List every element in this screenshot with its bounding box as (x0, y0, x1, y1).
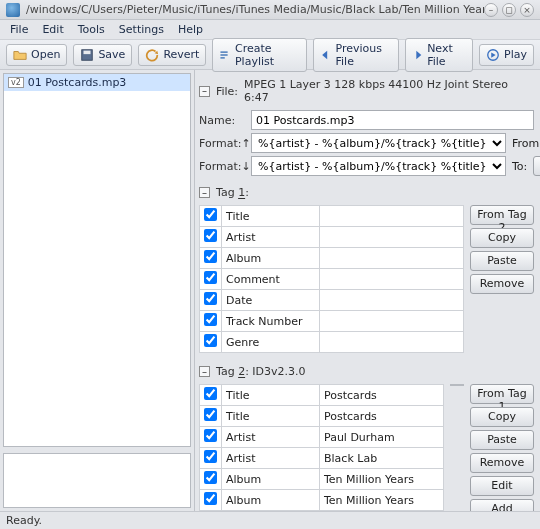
tag2-remove-button[interactable]: Remove (470, 453, 534, 473)
save-button[interactable]: Save (73, 44, 132, 66)
row-checkbox-cell (200, 448, 222, 469)
table-row[interactable]: Artist (200, 227, 464, 248)
tag1-head: Tag 1: (216, 186, 249, 199)
menu-settings[interactable]: Settings (113, 21, 170, 38)
field-value[interactable]: Ten Million Years (320, 469, 444, 490)
field-value[interactable]: Postcards (320, 385, 444, 406)
table-row[interactable]: Comment (200, 269, 464, 290)
tag2-from-tag1-button[interactable]: From Tag 1 (470, 384, 534, 404)
field-value[interactable] (320, 290, 464, 311)
file-info: MPEG 1 Layer 3 128 kbps 44100 Hz Joint S… (244, 78, 534, 104)
row-checkbox[interactable] (204, 292, 217, 305)
minimize-button[interactable]: – (484, 3, 498, 17)
play-icon (486, 48, 500, 62)
create-playlist-button[interactable]: Create Playlist (212, 38, 307, 72)
menu-edit[interactable]: Edit (36, 21, 69, 38)
window-title: /windows/C/Users/Pieter/Music/iTunes/iTu… (26, 3, 484, 16)
arrow-left-icon (320, 48, 332, 62)
table-row[interactable]: AlbumTen Million Years (200, 469, 444, 490)
row-checkbox[interactable] (204, 387, 217, 400)
table-row[interactable]: Album (200, 248, 464, 269)
table-row[interactable]: TitlePostcards (200, 385, 444, 406)
table-row[interactable]: AlbumTen Million Years (200, 490, 444, 511)
field-value[interactable]: Paul Durham (320, 427, 444, 448)
field-name: Album (222, 490, 320, 511)
tag1-from-tag2-button[interactable]: From Tag 2 (470, 205, 534, 225)
open-button[interactable]: Open (6, 44, 67, 66)
revert-button[interactable]: Revert (138, 44, 206, 66)
collapse-file-icon[interactable]: – (199, 86, 210, 97)
field-value[interactable] (320, 269, 464, 290)
to-tag1-button[interactable]: Tag 1 (533, 156, 540, 176)
save-label: Save (98, 48, 125, 61)
table-row[interactable]: Title (200, 206, 464, 227)
field-name: Comment (222, 269, 320, 290)
table-row[interactable]: Date (200, 290, 464, 311)
tag2-scrollbar[interactable] (450, 384, 464, 386)
svg-rect-3 (221, 54, 228, 55)
tag2-paste-button[interactable]: Paste (470, 430, 534, 450)
tag1-copy-button[interactable]: Copy (470, 228, 534, 248)
field-value[interactable] (320, 311, 464, 332)
field-value[interactable]: Ten Million Years (320, 490, 444, 511)
file-head-label: File: (216, 85, 238, 98)
field-name: Title (222, 406, 320, 427)
close-button[interactable]: × (520, 3, 534, 17)
app-icon (6, 3, 20, 17)
row-checkbox[interactable] (204, 313, 217, 326)
row-checkbox[interactable] (204, 408, 217, 421)
field-value[interactable] (320, 248, 464, 269)
field-name: Track Number (222, 311, 320, 332)
field-value[interactable]: Postcards (320, 406, 444, 427)
svg-rect-4 (221, 57, 225, 58)
row-checkbox-cell (200, 385, 222, 406)
name-input[interactable] (251, 110, 534, 130)
row-checkbox[interactable] (204, 208, 217, 221)
menu-help[interactable]: Help (172, 21, 209, 38)
tag2-add-button[interactable]: Add (470, 499, 534, 511)
next-file-button[interactable]: Next File (405, 38, 473, 72)
field-value[interactable] (320, 227, 464, 248)
format-up-select[interactable]: %{artist} - %{album}/%{track} %{title} (251, 133, 506, 153)
field-value[interactable] (320, 332, 464, 353)
table-row[interactable]: TitlePostcards (200, 406, 444, 427)
tag2-copy-button[interactable]: Copy (470, 407, 534, 427)
row-checkbox[interactable] (204, 471, 217, 484)
row-checkbox[interactable] (204, 429, 217, 442)
tag2-edit-button[interactable]: Edit (470, 476, 534, 496)
tag1-paste-button[interactable]: Paste (470, 251, 534, 271)
row-checkbox-cell (200, 248, 222, 269)
previous-file-button[interactable]: Previous File (313, 38, 399, 72)
table-row[interactable]: Track Number (200, 311, 464, 332)
play-button[interactable]: Play (479, 44, 534, 66)
format-up-label: Format:↑ (199, 137, 245, 150)
row-checkbox-cell (200, 490, 222, 511)
row-checkbox[interactable] (204, 492, 217, 505)
lower-left-pane[interactable] (3, 453, 191, 508)
row-checkbox[interactable] (204, 229, 217, 242)
file-tree[interactable]: v2 01 Postcards.mp3 (3, 73, 191, 447)
format-down-select[interactable]: %{artist} - %{album}/%{track} %{title} (251, 156, 506, 176)
arrow-right-icon (412, 48, 423, 62)
table-row[interactable]: Genre (200, 332, 464, 353)
tree-item[interactable]: v2 01 Postcards.mp3 (4, 74, 190, 91)
create-playlist-label: Create Playlist (235, 42, 300, 68)
tag1-remove-button[interactable]: Remove (470, 274, 534, 294)
collapse-tag1-icon[interactable]: – (199, 187, 210, 198)
row-checkbox[interactable] (204, 271, 217, 284)
menu-file[interactable]: File (4, 21, 34, 38)
maximize-button[interactable]: ◻ (502, 3, 516, 17)
table-row[interactable]: ArtistPaul Durham (200, 427, 444, 448)
menu-tools[interactable]: Tools (72, 21, 111, 38)
tag2-grid: TitlePostcardsTitlePostcardsArtistPaul D… (199, 384, 444, 511)
titlebar: /windows/C/Users/Pieter/Music/iTunes/iTu… (0, 0, 540, 20)
row-checkbox[interactable] (204, 250, 217, 263)
row-checkbox[interactable] (204, 450, 217, 463)
collapse-tag2-icon[interactable]: – (199, 366, 210, 377)
field-name: Artist (222, 227, 320, 248)
row-checkbox[interactable] (204, 334, 217, 347)
table-row[interactable]: ArtistBlack Lab (200, 448, 444, 469)
tag-version-badge: v2 (8, 77, 24, 88)
field-value[interactable]: Black Lab (320, 448, 444, 469)
field-value[interactable] (320, 206, 464, 227)
